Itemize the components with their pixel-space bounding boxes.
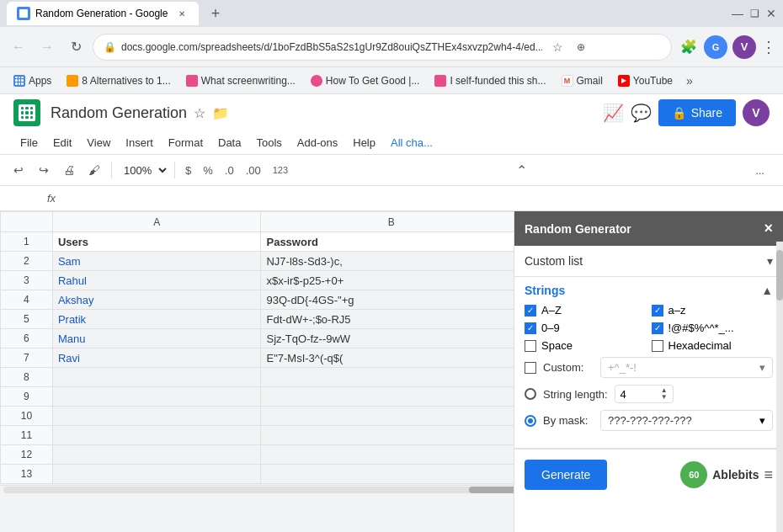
custom-checkbox[interactable] — [525, 362, 536, 374]
row-number[interactable]: 5 — [1, 310, 53, 329]
az-lower-checkbox[interactable]: ✓ — [652, 305, 663, 317]
cell[interactable]: Rahul — [52, 271, 261, 290]
row-number[interactable]: 7 — [1, 348, 53, 368]
all-changes-link[interactable]: All cha... — [391, 136, 433, 149]
apps-bookmark[interactable]: Apps — [7, 72, 58, 90]
user-profile-badge[interactable]: V — [732, 35, 756, 59]
checkbox-az-lower[interactable]: ✓ a–z — [652, 304, 774, 317]
tab-close-button[interactable]: ✕ — [175, 7, 189, 20]
cell[interactable]: NJ7-l8s-Sd3-)c, — [261, 252, 522, 271]
reload-button[interactable]: ↻ — [64, 35, 88, 59]
sheet-title[interactable]: Random Generation — [51, 104, 187, 122]
menu-tools[interactable]: Tools — [249, 133, 288, 152]
menu-file[interactable]: File — [13, 133, 45, 152]
generate-button[interactable]: Generate — [525, 460, 607, 490]
cell[interactable] — [261, 426, 522, 445]
customize-icon[interactable]: ⊕ — [571, 37, 591, 57]
maximize-button[interactable]: ❑ — [749, 8, 759, 19]
cell[interactable] — [52, 368, 261, 387]
menu-data[interactable]: Data — [211, 133, 248, 152]
bookmark-youtube[interactable]: ▶ YouTube — [611, 72, 679, 90]
cell[interactable]: Sam — [52, 252, 261, 271]
cell[interactable] — [52, 407, 261, 426]
decimal-zero-button[interactable]: .0 — [220, 162, 239, 178]
menu-edit[interactable]: Edit — [46, 133, 78, 152]
back-button[interactable]: ← — [7, 35, 30, 59]
space-checkbox[interactable] — [525, 340, 536, 352]
bookmark-star-icon[interactable]: ☆ — [547, 37, 567, 57]
rg-close-button[interactable]: × — [764, 220, 773, 237]
account-badge[interactable]: V — [743, 99, 770, 126]
col-header-b[interactable]: B — [261, 212, 522, 232]
currency-button[interactable]: $ — [180, 162, 196, 178]
strings-subtitle[interactable]: Strings ▲ — [525, 284, 773, 297]
spinner-down[interactable]: ▼ — [661, 394, 668, 401]
hex-checkbox[interactable] — [652, 340, 663, 352]
comment-icon[interactable]: 💬 — [631, 103, 652, 123]
undo-button[interactable]: ↩ — [7, 158, 30, 182]
cell[interactable] — [52, 445, 261, 465]
row-number[interactable]: 2 — [1, 252, 53, 271]
bookmark-gmail[interactable]: M Gmail — [555, 72, 610, 90]
row-number[interactable]: 13 — [1, 465, 53, 484]
url-bar[interactable]: 🔒 docs.google.com/spreadsheets/d/1boFzdB… — [93, 34, 672, 61]
menu-addons[interactable]: Add-ons — [290, 133, 344, 152]
star-icon[interactable]: ☆ — [194, 105, 205, 121]
cell[interactable]: x$x-ir$-p25-+0+ — [261, 271, 522, 290]
percent-button[interactable]: % — [198, 162, 218, 178]
paint-format-button[interactable]: 🖌 — [83, 158, 106, 182]
close-button[interactable]: ✕ — [766, 8, 776, 19]
row-number[interactable]: 11 — [1, 426, 53, 445]
activity-icon[interactable]: 📈 — [603, 103, 624, 123]
menu-help[interactable]: Help — [346, 133, 382, 152]
redo-button[interactable]: ↪ — [32, 158, 56, 182]
row-number[interactable]: 10 — [1, 407, 53, 426]
row-number[interactable]: 8 — [1, 368, 53, 387]
string-length-input[interactable]: 4 ▲ ▼ — [615, 385, 674, 403]
cell[interactable]: Users — [52, 232, 261, 252]
bookmark-1[interactable]: 8 Alternatives to 1... — [60, 72, 177, 90]
custom-input[interactable]: +^_*-! ▾ — [600, 357, 773, 378]
row-number[interactable]: 3 — [1, 271, 53, 290]
minimize-button[interactable]: — — [732, 8, 743, 19]
cell[interactable]: Manu — [52, 329, 261, 348]
checkbox-09[interactable]: ✓ 0–9 — [525, 322, 647, 334]
cell[interactable] — [52, 426, 261, 445]
menu-insert[interactable]: Insert — [119, 133, 160, 152]
more-options-button[interactable]: ... — [750, 162, 770, 178]
profile-icon[interactable]: G — [704, 35, 727, 59]
toolbar-collapse-button[interactable]: ⌃ — [516, 162, 527, 178]
cell[interactable]: Ravi — [52, 348, 261, 368]
format-123-button[interactable]: 123 — [268, 163, 293, 177]
extensions-icon[interactable]: 🧩 — [679, 37, 699, 57]
ablebits-menu-icon[interactable]: ≡ — [764, 466, 773, 484]
row-number[interactable]: 4 — [1, 290, 53, 310]
row-number[interactable]: 6 — [1, 329, 53, 348]
menu-format[interactable]: Format — [162, 133, 210, 152]
browser-menu-icon[interactable]: ⋮ — [761, 38, 776, 56]
cell[interactable] — [261, 407, 522, 426]
string-length-radio[interactable] — [525, 388, 536, 400]
special-checkbox[interactable]: ✓ — [652, 322, 663, 334]
cell[interactable]: Password — [261, 232, 522, 252]
cell[interactable]: 93Q-dD{-4GS-"+g — [261, 290, 522, 310]
cell[interactable]: Pratik — [52, 310, 261, 329]
cell[interactable] — [261, 465, 522, 484]
new-tab-button[interactable]: + — [205, 3, 226, 24]
custom-list-header[interactable]: Custom list ▾ — [514, 246, 783, 276]
row-number[interactable]: 12 — [1, 445, 53, 465]
checkbox-az-upper[interactable]: ✓ A–Z — [525, 304, 647, 317]
mask-input[interactable]: ???-???-???-??? ▾ — [600, 410, 773, 431]
decimal-double-button[interactable]: .00 — [241, 162, 266, 178]
bookmark-4[interactable]: I self-funded this sh... — [428, 72, 552, 90]
checkbox-special[interactable]: ✓ !@#$%^^*_... — [652, 322, 774, 334]
print-button[interactable]: 🖨 — [57, 158, 81, 182]
09-checkbox[interactable]: ✓ — [525, 322, 536, 334]
panel-scrollbar[interactable] — [776, 242, 783, 532]
cell[interactable] — [261, 445, 522, 465]
cell[interactable]: E"7-MsI-3^(-q$( — [261, 348, 522, 368]
menu-view[interactable]: View — [80, 133, 117, 152]
az-upper-checkbox[interactable]: ✓ — [525, 305, 536, 317]
cell[interactable]: Akshay — [52, 290, 261, 310]
checkbox-space[interactable]: Space — [525, 339, 647, 352]
